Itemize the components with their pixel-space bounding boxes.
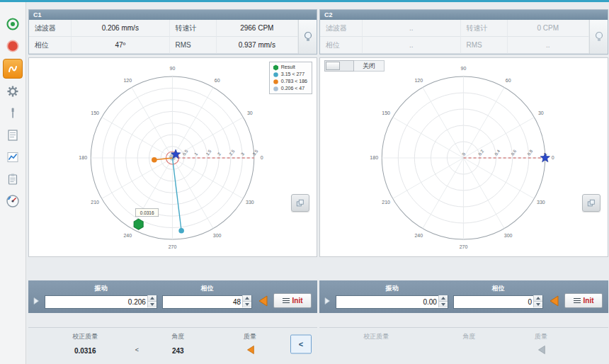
panel-title: C2: [320, 10, 608, 20]
vibration-label: 振动: [336, 284, 448, 292]
start-record-icon: [6, 17, 20, 31]
channel-toggle: 关闭: [324, 60, 385, 72]
svg-text:240: 240: [123, 233, 132, 238]
hint-bulb-button[interactable]: [298, 20, 317, 54]
phase-value: ..: [363, 37, 461, 54]
expand-toggle-button[interactable]: [324, 297, 331, 305]
svg-text:330: 330: [246, 200, 254, 205]
svg-text:210: 210: [91, 200, 99, 205]
phase-input-label: 相位: [162, 284, 252, 292]
svg-text:180: 180: [79, 156, 87, 161]
svg-text:30: 30: [538, 111, 544, 116]
init-button[interactable]: Init: [273, 293, 312, 308]
toggle-switch[interactable]: [324, 60, 354, 72]
channel-panel-c1: C1 滤波器 0.206 mm/s 转速计 2966 CPM 相位 47º RM…: [28, 9, 317, 360]
svg-text:90: 90: [461, 67, 467, 72]
svg-text:60: 60: [215, 78, 220, 83]
svg-text:1: 1: [193, 152, 198, 157]
bulb-icon: [595, 31, 603, 42]
balancing-mode-button[interactable]: [3, 59, 23, 79]
polar-chart-c1: 030609012015018021024027030033000.511.52…: [28, 57, 317, 257]
channel-panel-c2: C2 滤波器 .. 转速计 0 CPM 相位 .. RMS ..: [319, 9, 608, 360]
svg-text:3: 3: [240, 152, 245, 157]
vibration-input[interactable]: [45, 295, 157, 309]
svg-text:0.6: 0.6: [511, 149, 518, 157]
mass-arrow-button[interactable]: [246, 344, 255, 356]
start-record-button[interactable]: [2, 15, 23, 33]
vibration-input[interactable]: [336, 295, 448, 309]
svg-text:300: 300: [504, 233, 513, 238]
svg-text:120: 120: [123, 78, 132, 83]
channel-header-c1: C1 滤波器 0.206 mm/s 转速计 2966 CPM 相位 47º RM…: [28, 9, 317, 55]
hint-bulb-button[interactable]: [589, 20, 608, 54]
init-button[interactable]: Init: [564, 293, 603, 308]
svg-text:240: 240: [414, 233, 423, 238]
measurement-info-grid: 滤波器 .. 转速计 0 CPM 相位 .. RMS ..: [320, 20, 589, 54]
svg-text:330: 330: [537, 200, 545, 205]
correction-mass-value: 0.0316: [74, 347, 96, 356]
balancing-mode-icon: [7, 63, 18, 74]
orange-left-arrow-icon: [548, 294, 559, 308]
vibration-spinner[interactable]: [147, 295, 156, 307]
apply-arrow-button[interactable]: [548, 294, 559, 308]
svg-text:180: 180: [370, 156, 378, 161]
phase-input-label: 相位: [453, 284, 543, 292]
main-area: C1 滤波器 0.206 mm/s 转速计 2966 CPM 相位 47º RM…: [26, 2, 609, 364]
settings-button[interactable]: [2, 82, 23, 101]
legend-item: 3.15 < 277: [273, 71, 307, 78]
report-button[interactable]: [2, 126, 23, 144]
speed-gauge-button[interactable]: [2, 192, 23, 210]
legend-item: 0.206 < 47: [273, 85, 307, 92]
svg-text:2: 2: [217, 152, 222, 157]
settings-gear-icon: [6, 84, 20, 98]
filter-label: 滤波器: [320, 20, 363, 37]
copy-chart-icon: [587, 198, 596, 208]
phase-spinner[interactable]: [533, 295, 542, 307]
speed-gauge-icon: [6, 194, 20, 208]
collapse-panel-button[interactable]: <: [290, 334, 312, 353]
apply-arrow-button[interactable]: [257, 294, 268, 308]
orange-left-arrow-icon: [246, 344, 255, 356]
copy-chart-icon: [296, 198, 304, 208]
less-than-symbol: [423, 353, 433, 356]
expand-toggle-button[interactable]: [33, 297, 40, 305]
phase-label: 相位: [320, 37, 363, 54]
legend-item: Result: [273, 64, 307, 71]
tacho-value: 2966 CPM: [217, 20, 298, 37]
trend-chart-icon: [6, 150, 20, 164]
stop-record-button[interactable]: [2, 37, 23, 55]
trend-chart-button[interactable]: [2, 148, 23, 166]
svg-text:300: 300: [213, 233, 222, 238]
svg-text:60: 60: [506, 78, 511, 83]
phase-input[interactable]: [453, 295, 543, 309]
init-button-label: Init: [292, 297, 303, 305]
svg-text:0.0316: 0.0316: [140, 210, 154, 215]
chart-legend: Result3.15 < 2770.783 < 1860.206 < 47: [269, 62, 312, 94]
svg-text:270: 270: [169, 245, 177, 250]
phase-spinner[interactable]: [242, 295, 251, 307]
angle-label: 角度: [462, 332, 475, 341]
mass-arrow-button[interactable]: [537, 344, 546, 356]
svg-text:210: 210: [382, 200, 390, 205]
phase-input[interactable]: [162, 295, 252, 309]
less-than-symbol: <: [132, 346, 142, 356]
orange-left-arrow-icon: [257, 294, 268, 308]
svg-text:0: 0: [552, 156, 554, 161]
play-triangle-icon: [324, 297, 331, 305]
rms-label: RMS: [170, 37, 217, 54]
gray-left-arrow-icon: [537, 344, 546, 356]
vibration-spinner[interactable]: [438, 295, 448, 307]
tacho-label: 转速计: [461, 20, 508, 37]
sensor-probe-button[interactable]: [2, 104, 23, 123]
export-chart-button[interactable]: [582, 194, 601, 212]
svg-text:270: 270: [460, 245, 468, 250]
polar-chart-svg-c2: 030609012015018021024027030033000.20.40.…: [320, 58, 608, 256]
svg-text:150: 150: [382, 111, 390, 116]
toolbar-sidebar: [0, 2, 26, 364]
balance-control-bar-c1: 振动 相位 In: [28, 280, 317, 313]
rms-value: ..: [508, 37, 589, 54]
channel-header-c2: C2 滤波器 .. 转速计 0 CPM 相位 .. RMS ..: [319, 9, 608, 55]
clipboard-button[interactable]: [2, 170, 23, 188]
svg-text:90: 90: [170, 67, 176, 72]
export-chart-button[interactable]: [291, 194, 309, 212]
